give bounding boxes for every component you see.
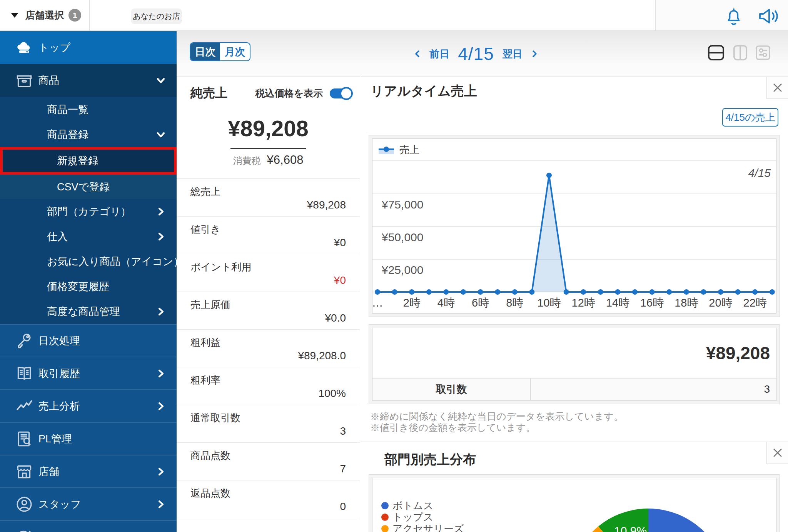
chevron-right-icon <box>156 499 166 509</box>
chevron-right-icon <box>156 232 166 242</box>
key-icon <box>15 331 34 350</box>
store-select-dropdown[interactable]: 店舗選択 1 <box>0 0 90 30</box>
chevron-right-icon <box>156 207 166 217</box>
sidebar-item-purchase[interactable]: 仕入 <box>0 224 177 249</box>
layout-vertical-split-icon[interactable] <box>733 44 748 61</box>
chevron-down-icon <box>156 130 166 140</box>
sidebar-item-sales-analysis[interactable]: 売上分析 <box>0 389 177 422</box>
svg-text:12時: 12時 <box>572 297 595 309</box>
sidebar-item-csv-register[interactable]: CSVで登録 <box>0 175 177 199</box>
report-icon <box>15 429 34 449</box>
svg-text:¥25,000: ¥25,000 <box>381 263 423 276</box>
summary-total-amount: ¥89,208 <box>706 343 770 364</box>
svg-text:¥75,000: ¥75,000 <box>381 198 423 211</box>
svg-text:4時: 4時 <box>437 297 455 309</box>
svg-text:16時: 16時 <box>640 297 664 309</box>
close-icon <box>772 82 783 93</box>
stat-row: 粗利益¥89,208.0 <box>177 330 360 367</box>
svg-text:¥50,000: ¥50,000 <box>381 231 423 243</box>
stat-row: 総売上¥89,208 <box>177 179 360 217</box>
net-sales-panel: 純売上 税込価格を表示 ¥89,208 消費税¥6,608 総売上¥89,208… <box>177 77 360 532</box>
settings-sliders-icon[interactable] <box>755 44 771 61</box>
pie-legend-item: アクセサリーズ <box>381 523 464 532</box>
main-toolbar: 日次月次 前日 4/15 翌日 <box>177 31 788 77</box>
sidebar-item-store[interactable]: 店舗 <box>0 455 177 487</box>
note-line: ※値引き後の金額を表示しています。 <box>370 422 623 433</box>
sidebar-item-product-register[interactable]: 商品登録 <box>0 122 177 147</box>
tax-include-toggle[interactable] <box>330 88 351 98</box>
stat-row: 粗利率100% <box>177 367 360 405</box>
sales-series-legend-icon <box>379 145 394 154</box>
category-pie-card: ボトムストップスアクセサリーズ 10.9% <box>369 474 780 532</box>
layout-horizontal-split-icon[interactable] <box>707 44 725 61</box>
stat-row: 売上原価¥0.0 <box>177 292 360 330</box>
chevron-right-icon <box>156 401 166 411</box>
tax-amount: ¥6,608 <box>267 153 304 167</box>
store-count-badge: 1 <box>68 9 81 22</box>
close-category-sales-button[interactable] <box>766 442 788 464</box>
announcement-icon[interactable] <box>758 6 780 26</box>
header: 店舗選択 1 あなたのお店 <box>0 0 788 31</box>
sidebar-item-daily-processing[interactable]: 日次処理 <box>0 324 177 357</box>
sidebar-item-new-registration[interactable]: 新規登録 <box>0 147 177 175</box>
stat-row: 商品点数7 <box>177 443 360 480</box>
box-icon <box>15 71 34 90</box>
chart-line-icon <box>15 397 34 416</box>
pie-icon <box>15 527 34 532</box>
tax-toggle-label: 税込価格を表示 <box>255 87 323 100</box>
net-sales-title: 純売上 <box>190 85 227 102</box>
tax-label: 消費税 <box>233 155 261 166</box>
svg-text:8時: 8時 <box>506 297 523 309</box>
close-realtime-button[interactable] <box>766 77 788 99</box>
sidebar-item-price-change-history[interactable]: 価格変更履歴 <box>0 274 177 299</box>
bell-icon[interactable] <box>726 8 742 26</box>
daily-summary-card: ¥89,208 取引数 3 <box>369 324 780 404</box>
svg-text:14時: 14時 <box>606 297 629 309</box>
realtime-chart-card: 売上 ¥25,000¥50,000¥75,000…2時4時6時8時10時12時1… <box>369 135 780 317</box>
svg-text:6時: 6時 <box>472 297 489 309</box>
sidebar-item-transaction-history[interactable]: 取引履歴 <box>0 357 177 389</box>
transactions-header: 取引数 <box>372 379 531 400</box>
stat-row: 通常取引数3 <box>177 405 360 443</box>
sidebar-item-advanced-product-management[interactable]: 高度な商品管理 <box>0 299 177 324</box>
realtime-line-chart: ¥25,000¥50,000¥75,000…2時4時6時8時10時12時14時1… <box>372 161 776 314</box>
sales-series-legend-label: 売上 <box>399 143 419 157</box>
sidebar-item-product-list[interactable]: 商品一覧 <box>0 97 177 122</box>
pie-slice-label: 10.9% <box>614 524 647 532</box>
stat-row: 返品点数0 <box>177 480 360 518</box>
cloud-icon <box>15 38 34 57</box>
caret-down-icon <box>11 13 18 18</box>
dashboard: 店舗選択 1 あなたのお店 トップ商品商品一覧商品登録新規登録CSVで登 <box>0 0 788 532</box>
staff-icon <box>15 495 34 514</box>
sidebar-item-top[interactable]: トップ <box>0 31 177 64</box>
pie-legend-item: ボトムス <box>381 500 464 511</box>
pie-legend-item: トップス <box>381 511 464 523</box>
sidebar-item-products[interactable]: 商品 <box>0 64 177 97</box>
transactions-value: 3 <box>764 383 770 395</box>
svg-text:…: … <box>372 297 383 309</box>
notes: ※締めに関係なく純粋な当日のデータを表示しています。 ※値引き後の金額を表示して… <box>370 411 623 433</box>
sidebar-item-staff[interactable]: スタッフ <box>0 487 177 520</box>
svg-text:4/15: 4/15 <box>748 167 771 179</box>
net-sales-amount: ¥89,208 <box>177 115 360 141</box>
book-icon <box>15 364 34 383</box>
svg-text:18時: 18時 <box>674 297 698 309</box>
chevron-right-icon <box>156 307 166 317</box>
svg-text:22時: 22時 <box>743 297 767 309</box>
day-sales-button[interactable]: 4/15の売上 <box>722 108 778 127</box>
category-pie-chart <box>569 509 727 532</box>
sidebar-item-partial-bottom[interactable] <box>0 520 177 532</box>
svg-text:20時: 20時 <box>709 297 732 309</box>
chevron-right-icon <box>156 369 166 379</box>
realtime-sales-title: リアルタイム売上 <box>371 82 477 100</box>
svg-text:2時: 2時 <box>403 297 421 309</box>
category-sales-title: 部門別売上分布 <box>384 451 476 469</box>
store-tab[interactable]: あなたのお店 <box>131 8 182 24</box>
note-line: ※締めに関係なく純粋な当日のデータを表示しています。 <box>370 411 623 422</box>
stat-row: ポイント利用¥0 <box>177 254 360 292</box>
stat-row: 値引き¥0 <box>177 217 360 254</box>
sidebar-item-favorite-products[interactable]: お気に入り商品（アイコン） <box>0 249 177 274</box>
sidebar-item-category[interactable]: 部門（カテゴリ） <box>0 199 177 224</box>
store-icon <box>15 462 34 481</box>
sidebar-item-pl-management[interactable]: PL管理 <box>0 422 177 455</box>
